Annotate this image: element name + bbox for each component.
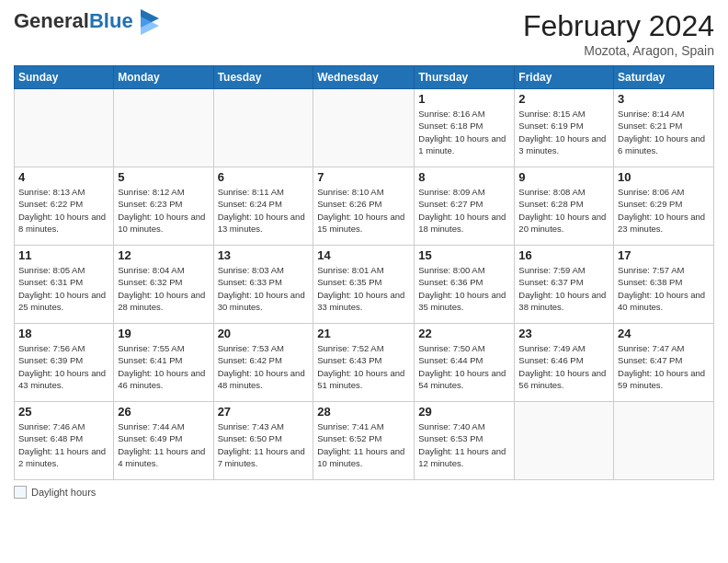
day-info: Sunrise: 8:14 AM Sunset: 6:21 PM Dayligh… <box>618 108 710 156</box>
day-number: 18 <box>18 327 109 340</box>
day-number: 23 <box>518 327 609 340</box>
day-info: Sunrise: 7:41 AM Sunset: 6:52 PM Dayligh… <box>317 420 410 469</box>
calendar-cell: 4Sunrise: 8:13 AM Sunset: 6:22 PM Daylig… <box>15 167 114 246</box>
day-number: 8 <box>418 170 510 184</box>
calendar-cell: 9Sunrise: 8:08 AM Sunset: 6:28 PM Daylig… <box>515 167 614 246</box>
calendar-cell <box>614 402 714 480</box>
day-number: 1 <box>418 92 510 106</box>
day-number: 25 <box>18 405 109 419</box>
day-info: Sunrise: 7:46 AM Sunset: 6:48 PM Dayligh… <box>18 420 109 469</box>
week-row-3: 18Sunrise: 7:56 AM Sunset: 6:39 PM Dayli… <box>15 324 714 402</box>
week-row-4: 25Sunrise: 7:46 AM Sunset: 6:48 PM Dayli… <box>15 402 714 480</box>
logo-general: General <box>14 9 89 32</box>
calendar-cell: 5Sunrise: 8:12 AM Sunset: 6:23 PM Daylig… <box>114 167 213 246</box>
day-info: Sunrise: 7:56 AM Sunset: 6:39 PM Dayligh… <box>18 342 109 391</box>
day-header-wednesday: Wednesday <box>313 66 415 89</box>
day-info: Sunrise: 7:59 AM Sunset: 6:37 PM Dayligh… <box>518 264 609 313</box>
day-header-friday: Friday <box>515 66 614 89</box>
day-number: 5 <box>118 170 209 184</box>
logo-icon <box>141 9 159 35</box>
month-title: February 2024 <box>523 9 714 43</box>
legend-label: Daylight hours <box>31 487 96 498</box>
calendar-cell: 13Sunrise: 8:03 AM Sunset: 6:33 PM Dayli… <box>213 246 313 324</box>
day-number: 24 <box>618 327 710 340</box>
calendar-cell: 26Sunrise: 7:44 AM Sunset: 6:49 PM Dayli… <box>114 402 213 480</box>
day-number: 2 <box>518 92 609 106</box>
day-header-thursday: Thursday <box>415 66 515 89</box>
calendar-cell <box>313 89 415 167</box>
day-number: 20 <box>218 327 310 340</box>
day-info: Sunrise: 8:06 AM Sunset: 6:29 PM Dayligh… <box>618 186 710 235</box>
day-number: 13 <box>218 248 310 262</box>
calendar-cell: 8Sunrise: 8:09 AM Sunset: 6:27 PM Daylig… <box>415 167 515 246</box>
day-info: Sunrise: 7:49 AM Sunset: 6:46 PM Dayligh… <box>518 342 609 391</box>
calendar-header-row: SundayMondayTuesdayWednesdayThursdayFrid… <box>15 66 714 89</box>
day-info: Sunrise: 7:44 AM Sunset: 6:49 PM Dayligh… <box>118 420 209 469</box>
calendar-cell: 21Sunrise: 7:52 AM Sunset: 6:43 PM Dayli… <box>313 324 415 402</box>
day-number: 29 <box>418 405 510 419</box>
day-info: Sunrise: 8:10 AM Sunset: 6:26 PM Dayligh… <box>317 186 410 235</box>
calendar-cell <box>15 89 114 167</box>
calendar-cell: 18Sunrise: 7:56 AM Sunset: 6:39 PM Dayli… <box>15 324 114 402</box>
day-number: 12 <box>118 248 209 262</box>
title-block: February 2024 Mozota, Aragon, Spain <box>523 9 714 58</box>
calendar-cell: 6Sunrise: 8:11 AM Sunset: 6:24 PM Daylig… <box>213 167 313 246</box>
day-info: Sunrise: 7:52 AM Sunset: 6:43 PM Dayligh… <box>317 342 410 391</box>
calendar-cell: 28Sunrise: 7:41 AM Sunset: 6:52 PM Dayli… <box>313 402 415 480</box>
day-number: 4 <box>18 170 109 184</box>
day-info: Sunrise: 8:08 AM Sunset: 6:28 PM Dayligh… <box>518 186 609 235</box>
calendar-cell <box>515 402 614 480</box>
day-info: Sunrise: 7:43 AM Sunset: 6:50 PM Dayligh… <box>218 420 310 469</box>
calendar-cell: 3Sunrise: 8:14 AM Sunset: 6:21 PM Daylig… <box>614 89 714 167</box>
day-number: 26 <box>118 405 209 419</box>
week-row-0: 1Sunrise: 8:16 AM Sunset: 6:18 PM Daylig… <box>15 89 714 167</box>
day-number: 21 <box>317 327 410 340</box>
location: Mozota, Aragon, Spain <box>523 43 714 58</box>
calendar-cell: 2Sunrise: 8:15 AM Sunset: 6:19 PM Daylig… <box>515 89 614 167</box>
day-number: 10 <box>618 170 710 184</box>
day-info: Sunrise: 7:47 AM Sunset: 6:47 PM Dayligh… <box>618 342 710 391</box>
day-number: 11 <box>18 248 109 262</box>
calendar-cell: 12Sunrise: 8:04 AM Sunset: 6:32 PM Dayli… <box>114 246 213 324</box>
day-number: 3 <box>618 92 710 106</box>
calendar-cell: 15Sunrise: 8:00 AM Sunset: 6:36 PM Dayli… <box>415 246 515 324</box>
day-info: Sunrise: 7:40 AM Sunset: 6:53 PM Dayligh… <box>418 420 510 469</box>
day-number: 9 <box>518 170 609 184</box>
day-info: Sunrise: 7:57 AM Sunset: 6:38 PM Dayligh… <box>618 264 710 313</box>
calendar-cell: 23Sunrise: 7:49 AM Sunset: 6:46 PM Dayli… <box>515 324 614 402</box>
calendar-cell: 27Sunrise: 7:43 AM Sunset: 6:50 PM Dayli… <box>213 402 313 480</box>
calendar-cell: 25Sunrise: 7:46 AM Sunset: 6:48 PM Dayli… <box>15 402 114 480</box>
calendar-cell: 22Sunrise: 7:50 AM Sunset: 6:44 PM Dayli… <box>415 324 515 402</box>
day-info: Sunrise: 7:55 AM Sunset: 6:41 PM Dayligh… <box>118 342 209 391</box>
logo: GeneralBlue <box>14 9 159 35</box>
calendar-cell: 7Sunrise: 8:10 AM Sunset: 6:26 PM Daylig… <box>313 167 415 246</box>
day-info: Sunrise: 8:16 AM Sunset: 6:18 PM Dayligh… <box>418 108 510 156</box>
calendar-cell: 24Sunrise: 7:47 AM Sunset: 6:47 PM Dayli… <box>614 324 714 402</box>
day-info: Sunrise: 8:13 AM Sunset: 6:22 PM Dayligh… <box>18 186 109 235</box>
day-number: 14 <box>317 248 410 262</box>
calendar-cell <box>114 89 213 167</box>
calendar-cell: 19Sunrise: 7:55 AM Sunset: 6:41 PM Dayli… <box>114 324 213 402</box>
day-info: Sunrise: 8:01 AM Sunset: 6:35 PM Dayligh… <box>317 264 410 313</box>
footer-legend: Daylight hours <box>14 486 714 499</box>
calendar-cell: 17Sunrise: 7:57 AM Sunset: 6:38 PM Dayli… <box>614 246 714 324</box>
week-row-2: 11Sunrise: 8:05 AM Sunset: 6:31 PM Dayli… <box>15 246 714 324</box>
calendar-table: SundayMondayTuesdayWednesdayThursdayFrid… <box>14 65 714 480</box>
day-header-monday: Monday <box>114 66 213 89</box>
day-info: Sunrise: 8:15 AM Sunset: 6:19 PM Dayligh… <box>518 108 609 156</box>
day-header-saturday: Saturday <box>614 66 714 89</box>
day-info: Sunrise: 8:05 AM Sunset: 6:31 PM Dayligh… <box>18 264 109 313</box>
day-info: Sunrise: 7:50 AM Sunset: 6:44 PM Dayligh… <box>418 342 510 391</box>
calendar-cell: 10Sunrise: 8:06 AM Sunset: 6:29 PM Dayli… <box>614 167 714 246</box>
calendar-cell <box>213 89 313 167</box>
day-number: 22 <box>418 327 510 340</box>
page-container: GeneralBlue February 2024 Mozota, Aragon… <box>0 0 728 503</box>
day-number: 17 <box>618 248 710 262</box>
day-info: Sunrise: 8:04 AM Sunset: 6:32 PM Dayligh… <box>118 264 209 313</box>
day-number: 27 <box>218 405 310 419</box>
day-number: 16 <box>518 248 609 262</box>
day-number: 28 <box>317 405 410 419</box>
week-row-1: 4Sunrise: 8:13 AM Sunset: 6:22 PM Daylig… <box>15 167 714 246</box>
calendar-cell: 11Sunrise: 8:05 AM Sunset: 6:31 PM Dayli… <box>15 246 114 324</box>
day-info: Sunrise: 8:11 AM Sunset: 6:24 PM Dayligh… <box>218 186 310 235</box>
